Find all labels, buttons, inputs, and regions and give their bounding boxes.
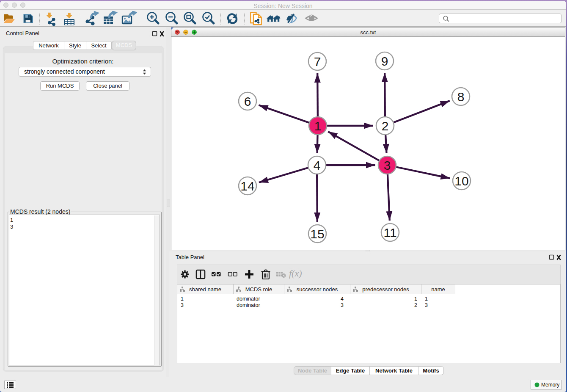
svg-text:4: 4 <box>314 158 321 172</box>
svg-text:1: 1 <box>314 119 322 133</box>
svg-text:10: 10 <box>454 174 468 188</box>
svg-text:2: 2 <box>382 119 389 133</box>
svg-text:7: 7 <box>314 55 321 69</box>
svg-text:f(x): f(x) <box>289 268 302 279</box>
svg-text:15: 15 <box>310 227 324 241</box>
svg-text:14: 14 <box>240 179 254 193</box>
svg-text:3: 3 <box>384 158 391 172</box>
svg-text:9: 9 <box>381 54 388 68</box>
svg-text:6: 6 <box>244 94 251 108</box>
svg-text:11: 11 <box>383 226 396 240</box>
svg-text:8: 8 <box>457 90 465 104</box>
